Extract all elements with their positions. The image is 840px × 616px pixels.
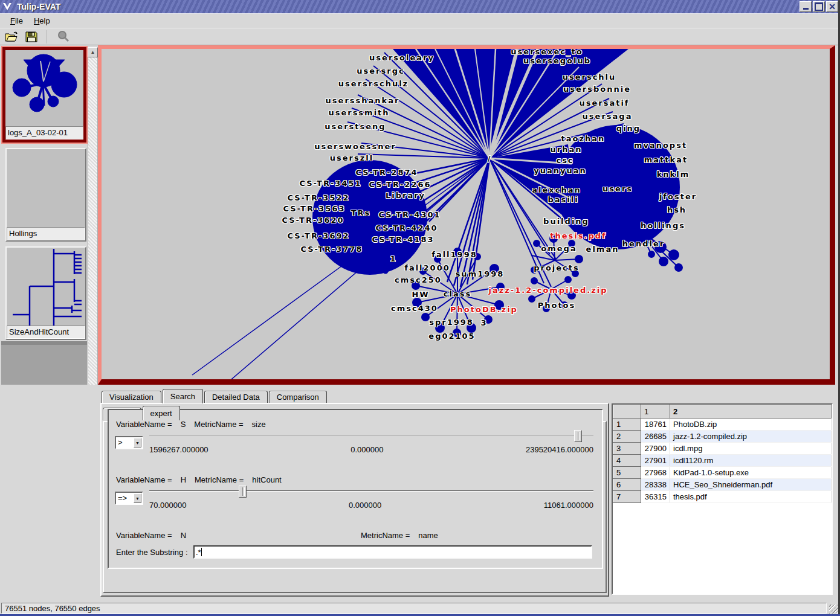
tab-search[interactable]: Search — [163, 389, 203, 403]
maximize-button[interactable] — [813, 1, 825, 12]
graph-node-label[interactable]: PhotoDB.zip — [450, 305, 518, 314]
graph-node-label[interactable]: CS-TR-3692 — [287, 231, 349, 240]
graph-node-label[interactable]: userstseng — [325, 122, 386, 131]
row-header[interactable]: 2 — [613, 431, 641, 443]
graph-node-label[interactable]: userschlu — [563, 72, 616, 82]
graph-node-label[interactable]: usersrschulz — [338, 79, 409, 88]
table-row[interactable]: 327900icdl.mpg — [613, 443, 832, 455]
graph-node-label[interactable]: hsh — [667, 205, 687, 214]
hit-count-cell[interactable]: 28338 — [641, 479, 670, 491]
graph-node-label[interactable]: usersoleary — [369, 53, 435, 62]
graph-node-label[interactable]: usersaga — [583, 112, 633, 121]
app-icon[interactable] — [1, 1, 13, 12]
file-name-cell[interactable]: thesis.pdf — [670, 491, 832, 503]
graph-node-label[interactable]: CS-TR-3451 — [299, 179, 361, 188]
thumbnail-hollings[interactable]: Hollings — [5, 148, 86, 242]
column-header-2[interactable]: 2 — [670, 405, 832, 419]
graph-node-label[interactable]: eg02105 — [428, 332, 475, 341]
graph-node-label[interactable]: usersrgc — [357, 66, 404, 75]
file-name-cell[interactable]: icdl.mpg — [670, 443, 832, 455]
row-header[interactable]: 4 — [613, 455, 641, 467]
file-name-cell[interactable]: KidPad-1.0-setup.exe — [670, 467, 832, 479]
size-operator-select[interactable]: > ▼ — [115, 436, 143, 449]
close-button[interactable]: ✕ — [826, 1, 838, 12]
table-row[interactable]: 427901icdl1120.rm — [613, 455, 832, 467]
size-slider[interactable] — [149, 430, 593, 442]
row-header[interactable]: 6 — [613, 479, 641, 491]
graph-node-label[interactable]: TRs — [351, 208, 371, 217]
graph-node-label[interactable]: projects — [534, 263, 580, 272]
chevron-down-icon[interactable]: ▼ — [134, 493, 141, 503]
graph-node-label[interactable]: spr1998 — [429, 318, 474, 327]
graph-node-label[interactable]: CS-TR-3620 — [282, 216, 344, 225]
tab-visualization[interactable]: Visualization — [102, 391, 161, 403]
save-file-icon[interactable] — [23, 30, 40, 44]
graph-node-label[interactable]: HW — [412, 290, 429, 299]
graph-node-label[interactable]: cmsc430 — [391, 304, 438, 313]
graph-node-label[interactable]: jazz-1.2-compiled.zip — [489, 286, 608, 295]
hitcount-operator-select[interactable]: => ▼ — [115, 492, 143, 505]
graph-node-label[interactable]: userswoessner — [314, 142, 396, 151]
graph-node-label[interactable]: fall1998 — [431, 250, 477, 259]
table-row[interactable]: 736315thesis.pdf — [613, 491, 832, 503]
table-row[interactable]: 527968KidPad-1.0-setup.exe — [613, 467, 832, 479]
graph-node-label[interactable]: usersexec_to — [511, 49, 583, 56]
resize-grip-icon[interactable] — [829, 605, 838, 614]
graph-node-label[interactable]: CS-TR-4240 — [375, 223, 438, 233]
graph-node-label[interactable]: building — [543, 217, 589, 226]
thumbnail-logs-label[interactable]: logs_A_03-02-01 — [5, 126, 83, 140]
file-name-cell[interactable]: HCE_Seo_Shneiderman.pdf — [670, 479, 832, 491]
open-file-icon[interactable] — [3, 30, 20, 44]
graph-node-label[interactable]: knklm — [657, 170, 690, 179]
file-name-cell[interactable]: jazz-1.2-compiled.zip — [670, 431, 832, 443]
title-bar[interactable]: Tulip-EVAT ✕ — [0, 0, 840, 13]
graph-node-label[interactable]: omega — [541, 244, 577, 253]
tab-expert[interactable]: expert — [143, 406, 180, 420]
graph-node-label[interactable]: fall2000 — [404, 263, 450, 272]
hit-count-cell[interactable]: 26685 — [641, 431, 670, 443]
graph-view[interactable]: usersolearyusersrgcusersrschulzusersexec… — [98, 45, 835, 385]
row-header[interactable]: 7 — [613, 491, 641, 503]
menu-file[interactable]: File — [5, 14, 28, 27]
tab-comparison[interactable]: Comparison — [269, 391, 327, 403]
graph-node-label[interactable]: Photos — [538, 301, 576, 310]
graph-node-label[interactable]: cmsc250 — [395, 275, 442, 284]
graph-node-label[interactable]: 1 — [390, 254, 396, 263]
graph-node-label[interactable]: CS-TR-3522 — [287, 193, 349, 202]
thumbnail-sizeandhitcount[interactable]: SizeAndHitCount — [5, 246, 86, 340]
graph-node-label[interactable]: CS-TR-4301 — [378, 210, 441, 219]
graph-node-label[interactable]: CS-TR-2874 — [355, 168, 418, 177]
graph-node-label[interactable]: thesis.pdf — [550, 231, 606, 240]
graph-node-label[interactable]: sum1998 — [456, 269, 505, 278]
graph-node-label[interactable]: Library — [386, 191, 425, 200]
hit-count-cell[interactable]: 27901 — [641, 455, 670, 467]
magnifier-icon[interactable] — [55, 30, 72, 44]
graph-node-label[interactable]: users — [603, 184, 633, 193]
hitcount-slider[interactable] — [149, 486, 593, 498]
row-header[interactable]: 5 — [613, 467, 641, 479]
graph-node-label[interactable]: usersshankar — [326, 96, 400, 105]
slider-track[interactable] — [149, 490, 593, 492]
graph-node-label[interactable]: userszll — [330, 153, 373, 162]
graph-node-label[interactable]: mvanopst — [634, 141, 687, 150]
graph-node-label[interactable]: usersbonnie — [563, 85, 631, 94]
table-row[interactable]: 118761PhotoDB.zip — [613, 419, 832, 431]
graph-node-label[interactable]: basili — [548, 195, 578, 204]
graph-node-label[interactable]: class — [444, 289, 471, 298]
hit-count-cell[interactable]: 27968 — [641, 467, 670, 479]
graph-node-label[interactable]: userssmith — [328, 108, 389, 117]
table-row[interactable]: 226685jazz-1.2-compiled.zip — [613, 431, 832, 443]
graph-node-label[interactable]: urhan — [551, 145, 583, 154]
minimize-button[interactable] — [800, 1, 812, 12]
graph-node-label[interactable]: 3 — [480, 318, 487, 327]
graph-node-label[interactable]: CS-TR-3778 — [300, 245, 363, 254]
hit-count-cell[interactable]: 27900 — [641, 443, 670, 455]
graph-node-label[interactable]: CS-TR-2266 — [369, 180, 431, 189]
hit-count-cell[interactable]: 18761 — [641, 419, 670, 431]
substring-input[interactable]: .* — [193, 545, 592, 559]
row-header[interactable]: 3 — [613, 443, 641, 455]
table-row[interactable]: 628338HCE_Seo_Shneiderman.pdf — [613, 479, 832, 491]
slider-handle[interactable] — [239, 486, 247, 498]
file-name-cell[interactable]: PhotoDB.zip — [670, 419, 832, 431]
graph-node-label[interactable]: qing — [616, 124, 641, 133]
